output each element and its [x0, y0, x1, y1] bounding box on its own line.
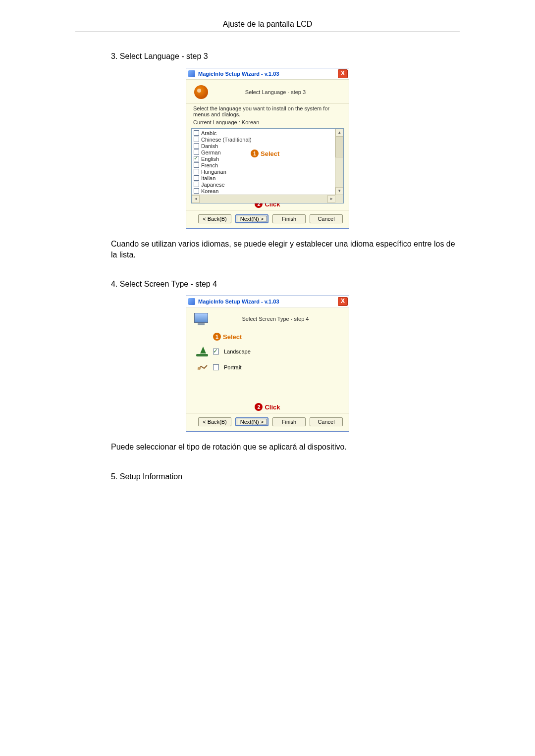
finish-button[interactable]: Finish	[272, 214, 306, 223]
checkbox-icon[interactable]	[213, 364, 219, 370]
window-title: MagicInfo Setup Wizard - v.1.03	[198, 71, 338, 77]
back-button[interactable]: < Back(B)	[198, 214, 231, 223]
annotation-select: 1 Select	[251, 150, 279, 157]
step3-title: Select Language - step 3	[208, 89, 343, 95]
checkbox-icon[interactable]	[194, 150, 199, 155]
cancel-button[interactable]: Cancel	[310, 417, 343, 426]
header-divider	[75, 32, 460, 32]
titlebar: MagicInfo Setup Wizard - v.1.03 X	[186, 296, 349, 307]
language-label: Danish	[201, 143, 218, 149]
annotation-select: 1 Select	[213, 333, 242, 341]
language-label: English	[201, 156, 219, 162]
step5-label: 5. Setup Information	[111, 472, 460, 481]
language-item[interactable]: Danish	[194, 143, 343, 149]
language-item[interactable]: Hungarian	[194, 168, 343, 175]
scroll-left-icon[interactable]: ◂	[192, 195, 200, 203]
checkbox-icon[interactable]	[194, 156, 199, 161]
vertical-scrollbar[interactable]: ▴ ▾	[335, 129, 343, 195]
app-icon	[188, 70, 195, 77]
close-icon[interactable]: X	[338, 69, 348, 78]
step4-label: 4. Select Screen Type - step 4	[111, 280, 460, 289]
language-label: German	[201, 150, 221, 155]
annotation-badge-1: 1	[251, 150, 259, 157]
annotation-click: 2 Click	[255, 403, 280, 411]
annotation-click-text: Click	[265, 403, 280, 411]
page-header: Ajuste de la pantalla LCD	[75, 20, 460, 32]
checkbox-icon[interactable]	[194, 182, 199, 187]
step3-body: Cuando se utilizan varios idiomas, se pu…	[111, 239, 460, 260]
step-header-row: Select Language - step 3	[186, 80, 349, 103]
finish-button[interactable]: Finish	[272, 417, 306, 426]
horizontal-scrollbar[interactable]: ◂ ▸	[192, 195, 343, 203]
next-button[interactable]: Next(N) >	[235, 417, 268, 426]
checkbox-icon[interactable]	[194, 162, 199, 168]
instruction-block: Select the language you want to install …	[186, 103, 349, 126]
landscape-option[interactable]: Landscape	[196, 344, 342, 359]
language-label: French	[201, 162, 218, 168]
svg-point-0	[198, 367, 201, 370]
current-language: Current Language : Korean	[193, 119, 342, 125]
annotation-select-text: Select	[223, 333, 242, 341]
checkbox-icon[interactable]	[194, 137, 199, 142]
language-listbox[interactable]: Arabic Chinese (Traditional) Danish Germ…	[191, 128, 344, 203]
close-icon[interactable]: X	[338, 297, 348, 306]
app-icon	[188, 298, 195, 305]
landscape-icon	[196, 346, 208, 357]
checkbox-icon[interactable]	[194, 188, 199, 194]
checkbox-icon[interactable]	[194, 169, 199, 174]
portrait-option[interactable]: Portrait	[196, 359, 342, 375]
checkbox-icon[interactable]	[194, 130, 199, 136]
language-label: Hungarian	[201, 169, 226, 175]
language-label: Arabic	[201, 130, 216, 136]
language-item[interactable]: Italian	[194, 175, 343, 181]
titlebar: MagicInfo Setup Wizard - v.1.03 X	[186, 68, 349, 80]
language-item[interactable]: Arabic	[194, 130, 343, 136]
globe-icon	[194, 85, 208, 99]
next-button[interactable]: Next(N) >	[235, 214, 268, 223]
language-item[interactable]: Japanese	[194, 181, 343, 188]
button-row: < Back(B) Next(N) > Finish Cancel	[186, 413, 349, 431]
wizard-step4: MagicInfo Setup Wizard - v.1.03 X Select…	[186, 296, 349, 432]
portrait-icon	[196, 361, 208, 373]
button-row: < Back(B) Next(N) > Finish Cancel	[186, 210, 349, 228]
back-button[interactable]: < Back(B)	[198, 417, 231, 426]
portrait-label: Portrait	[224, 364, 241, 370]
scroll-up-icon[interactable]: ▴	[335, 129, 343, 137]
cancel-button[interactable]: Cancel	[310, 214, 343, 223]
checkbox-icon[interactable]	[194, 175, 199, 181]
annotation-select-text: Select	[261, 150, 279, 157]
scroll-down-icon[interactable]: ▾	[335, 187, 343, 195]
step3-label: 3. Select Language - step 3	[111, 52, 460, 61]
step-header-row: Select Screen Type - step 4	[186, 307, 349, 329]
step4-body: Puede seleccionar el tipo de rotación qu…	[111, 442, 460, 453]
language-item[interactable]: Chinese (Traditional)	[194, 136, 343, 143]
instruction-text: Select the language you want to install …	[193, 105, 342, 117]
language-label: Korean	[201, 188, 218, 194]
checkbox-icon[interactable]	[213, 349, 219, 354]
landscape-label: Landscape	[224, 349, 251, 354]
language-label: Japanese	[201, 182, 225, 188]
language-item[interactable]: French	[194, 162, 343, 168]
step4-title: Select Screen Type - step 4	[208, 316, 343, 322]
language-item[interactable]: Korean	[194, 188, 343, 194]
language-label: Chinese (Traditional)	[201, 137, 252, 143]
window-title: MagicInfo Setup Wizard - v.1.03	[198, 299, 338, 304]
monitor-icon	[194, 313, 208, 325]
wizard-step3: MagicInfo Setup Wizard - v.1.03 X Select…	[186, 68, 349, 229]
checkbox-icon[interactable]	[194, 143, 199, 149]
annotation-badge-2: 2	[255, 403, 263, 411]
language-label: Italian	[201, 175, 215, 181]
scroll-right-icon[interactable]: ▸	[327, 195, 335, 203]
annotation-badge-1: 1	[213, 333, 221, 341]
